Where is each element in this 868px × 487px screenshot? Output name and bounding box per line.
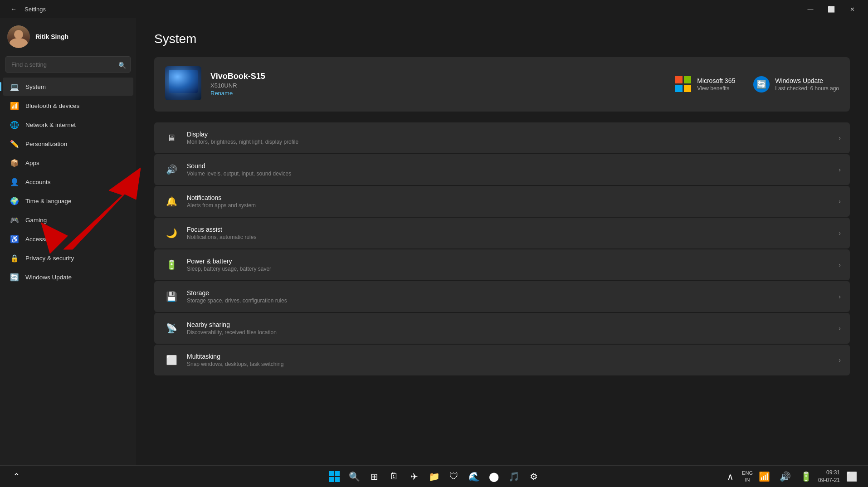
nearby-title: Nearby sharing bbox=[187, 321, 839, 328]
taskbar-datetime[interactable]: 09:31 09-07-21 bbox=[818, 469, 840, 484]
system-icon: 💻 bbox=[10, 82, 19, 91]
close-button[interactable]: ✕ bbox=[842, 2, 863, 16]
settings-item-nearby[interactable]: 📡 Nearby sharing Discoverability, receiv… bbox=[154, 313, 850, 344]
taskbar-chrome[interactable]: ⬤ bbox=[485, 468, 503, 486]
taskbar-vpn[interactable]: 🛡 bbox=[445, 468, 463, 486]
multitask-desc: Snap windows, desktops, task switching bbox=[187, 361, 839, 367]
taskbar-search[interactable]: 🔍 bbox=[345, 468, 363, 486]
sidebar-label-time: Time & language bbox=[25, 198, 72, 205]
sidebar-item-gaming[interactable]: 🎮 Gaming bbox=[3, 211, 133, 229]
taskbar-chevron[interactable]: ⌃ bbox=[7, 468, 25, 486]
lang-top: ENG bbox=[742, 470, 753, 476]
sidebar-label-accessibility: Accessibility bbox=[25, 236, 59, 243]
sidebar-item-time[interactable]: 🌍 Time & language bbox=[3, 192, 133, 210]
sidebar-item-system[interactable]: 💻 System bbox=[3, 78, 133, 96]
taskbar-notification-center[interactable]: ⬜ bbox=[843, 468, 861, 486]
main-content: System VivoBook-S15 X510UNR Rename bbox=[136, 18, 868, 487]
sound-title: Sound bbox=[187, 162, 839, 170]
search-icon[interactable]: 🔍 bbox=[118, 62, 126, 69]
windows-update-item[interactable]: 🔄 Windows Update Last checked: 6 hours a… bbox=[753, 76, 839, 93]
sidebar-item-update[interactable]: 🔄 Windows Update bbox=[3, 268, 133, 286]
sidebar-label-bluetooth: Bluetooth & devices bbox=[25, 102, 79, 109]
device-info: VivoBook-S15 X510UNR Rename bbox=[210, 72, 675, 97]
storage-title: Storage bbox=[187, 289, 839, 297]
settings-item-notifications[interactable]: 🔔 Notifications Alerts from apps and sys… bbox=[154, 186, 850, 217]
taskbar-spotify[interactable]: 🎵 bbox=[505, 468, 523, 486]
taskbar-wifi[interactable]: 📶 bbox=[756, 468, 774, 486]
time-icon: 🌍 bbox=[10, 196, 19, 205]
sidebar-item-privacy[interactable]: 🔒 Privacy & security bbox=[3, 249, 133, 267]
microsoft365-sub: View benefits bbox=[697, 85, 735, 92]
taskbar-files[interactable]: 📁 bbox=[425, 468, 443, 486]
windows-update-sub: Last checked: 6 hours ago bbox=[775, 85, 839, 92]
info-card-right: Microsoft 365 View benefits 🔄 Windows Up… bbox=[675, 76, 839, 93]
accounts-icon: 👤 bbox=[10, 177, 19, 186]
nearby-text: Nearby sharing Discoverability, received… bbox=[187, 321, 839, 336]
focus-desc: Notifications, automatic rules bbox=[187, 234, 839, 240]
microsoft365-item[interactable]: Microsoft 365 View benefits bbox=[675, 76, 735, 93]
microsoft365-icon bbox=[675, 76, 692, 93]
device-image-container bbox=[165, 66, 201, 102]
minimize-button[interactable]: — bbox=[800, 2, 821, 16]
settings-item-display[interactable]: 🖥 Display Monitors, brightness, night li… bbox=[154, 122, 850, 153]
sound-arrow: › bbox=[839, 166, 841, 173]
accessibility-icon: ♿ bbox=[10, 234, 19, 244]
back-button[interactable]: ← bbox=[7, 3, 20, 15]
taskbar-time-value: 09:31 bbox=[818, 469, 840, 477]
sidebar: Ritik Singh 🔍 💻 System 📶 Bluetooth & dev… bbox=[0, 18, 136, 487]
taskbar-telegram[interactable]: ✈ bbox=[405, 468, 423, 486]
sidebar-label-system: System bbox=[25, 83, 46, 90]
settings-item-multitask[interactable]: ⬜ Multitasking Snap windows, desktops, t… bbox=[154, 345, 850, 375]
maximize-button[interactable]: ⬜ bbox=[821, 2, 842, 16]
focus-title: Focus assist bbox=[187, 226, 839, 233]
sidebar-item-personalization[interactable]: ✏️ Personalization bbox=[3, 135, 133, 153]
display-arrow: › bbox=[839, 134, 841, 141]
settings-item-storage[interactable]: 💾 Storage Storage space, drives, configu… bbox=[154, 281, 850, 312]
taskbar-settings-pinned[interactable]: ⚙ bbox=[525, 468, 543, 486]
taskbar: ⌃ 🔍 ⊞ 🗓 ✈ 📁 🛡 🌊 ⬤ 🎵 ⚙ ∧ ENG IN 📶 🔊 🔋 bbox=[0, 465, 868, 487]
multitask-arrow: › bbox=[839, 356, 841, 364]
sidebar-item-accounts[interactable]: 👤 Accounts bbox=[3, 173, 133, 191]
notifications-desc: Alerts from apps and system bbox=[187, 202, 839, 209]
settings-item-focus[interactable]: 🌙 Focus assist Notifications, automatic … bbox=[154, 218, 850, 248]
titlebar-title: Settings bbox=[24, 6, 46, 13]
focus-text: Focus assist Notifications, automatic ru… bbox=[187, 226, 839, 240]
settings-item-power[interactable]: 🔋 Power & battery Sleep, battery usage, … bbox=[154, 249, 850, 280]
start-button[interactable] bbox=[325, 468, 343, 486]
rename-link[interactable]: Rename bbox=[210, 90, 233, 97]
taskbar-widgets[interactable]: 🗓 bbox=[385, 468, 403, 486]
sidebar-item-bluetooth[interactable]: 📶 Bluetooth & devices bbox=[3, 97, 133, 115]
sidebar-item-accessibility[interactable]: ♿ Accessibility bbox=[3, 230, 133, 248]
user-profile[interactable]: Ritik Singh bbox=[0, 18, 136, 54]
nearby-desc: Discoverability, received files location bbox=[187, 329, 839, 336]
taskbar-taskview[interactable]: ⊞ bbox=[365, 468, 383, 486]
focus-icon: 🌙 bbox=[163, 225, 180, 241]
sound-text: Sound Volume levels, output, input, soun… bbox=[187, 162, 839, 177]
settings-item-sound[interactable]: 🔊 Sound Volume levels, output, input, so… bbox=[154, 154, 850, 185]
nearby-icon: 📡 bbox=[163, 320, 180, 336]
titlebar-controls: — ⬜ ✕ bbox=[800, 2, 863, 16]
taskbar-show-hidden[interactable]: ∧ bbox=[721, 468, 739, 486]
notifications-text: Notifications Alerts from apps and syste… bbox=[187, 194, 839, 209]
taskbar-edge[interactable]: 🌊 bbox=[465, 468, 483, 486]
sidebar-label-update: Windows Update bbox=[25, 274, 72, 281]
sidebar-item-apps[interactable]: 📦 Apps bbox=[3, 154, 133, 172]
notifications-arrow: › bbox=[839, 198, 841, 205]
bluetooth-icon: 📶 bbox=[10, 101, 19, 110]
display-title: Display bbox=[187, 131, 839, 138]
windows-update-icon: 🔄 bbox=[753, 76, 770, 93]
page-title: System bbox=[154, 32, 850, 46]
sidebar-label-personalization: Personalization bbox=[25, 141, 67, 147]
taskbar-volume[interactable]: 🔊 bbox=[776, 468, 795, 486]
search-input[interactable] bbox=[5, 56, 131, 73]
storage-desc: Storage space, drives, configuration rul… bbox=[187, 297, 839, 304]
update-icon: 🔄 bbox=[10, 273, 19, 282]
sidebar-item-network[interactable]: 🌐 Network & internet bbox=[3, 116, 133, 134]
power-icon: 🔋 bbox=[163, 257, 180, 273]
sound-desc: Volume levels, output, input, sound devi… bbox=[187, 170, 839, 177]
notifications-icon: 🔔 bbox=[163, 193, 180, 209]
device-model: X510UNR bbox=[210, 82, 675, 89]
taskbar-battery[interactable]: 🔋 bbox=[797, 468, 815, 486]
windows-logo bbox=[329, 471, 340, 482]
nearby-arrow: › bbox=[839, 325, 841, 332]
